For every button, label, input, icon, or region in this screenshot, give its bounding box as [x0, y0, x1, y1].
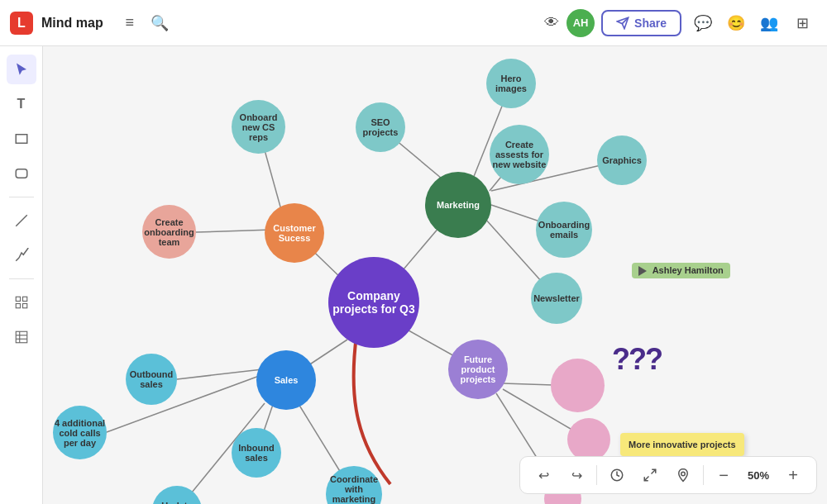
outbound-node[interactable]: Outbound sales	[126, 354, 177, 405]
history-button[interactable]	[604, 462, 630, 488]
four-additional-node[interactable]: 4 additional cold calls per day	[53, 406, 107, 459]
graphics-node[interactable]: Graphics	[597, 136, 647, 185]
text-tool[interactable]: T	[7, 89, 36, 119]
fullscreen-button[interactable]	[637, 462, 663, 488]
pink-node-1[interactable]	[551, 359, 605, 412]
coordinate-node[interactable]: Coordinate with marketing department	[326, 466, 382, 504]
rectangle-tool[interactable]	[7, 124, 36, 154]
share-button[interactable]: Share	[601, 10, 681, 36]
onboard-cs-node[interactable]: Onboard new CS reps	[232, 100, 285, 154]
eye-icon-button[interactable]: 👁	[537, 8, 566, 38]
cursor-label: Ashley Hamilton	[632, 263, 730, 278]
zoom-in-button[interactable]: +	[780, 462, 806, 488]
create-assets-node[interactable]: Create assests for new website	[490, 125, 549, 184]
svg-line-4	[16, 215, 27, 226]
location-button[interactable]	[670, 462, 696, 488]
seo-node[interactable]: SEO projects	[356, 102, 405, 152]
cursor-tool[interactable]	[7, 55, 36, 84]
app-title: Mind map	[41, 16, 103, 31]
onboarding-emails-node[interactable]: Onboarding emails	[536, 202, 592, 258]
reaction-icon-button[interactable]: 😊	[721, 8, 751, 38]
sidebar: T	[0, 46, 43, 504]
newsletter-node[interactable]: Newsletter	[531, 273, 582, 324]
bottom-toolbar: ↩ ↪ − 50% +	[519, 456, 817, 494]
app-logo: L	[10, 12, 33, 35]
svg-rect-7	[16, 304, 20, 308]
menu-button[interactable]: ≡	[115, 8, 145, 38]
create-onboarding-node[interactable]: Create onboarding team	[142, 205, 196, 259]
sticky-more-innovative[interactable]: More innovative projects	[620, 433, 744, 456]
question-marks: ???	[612, 342, 662, 377]
undo-button[interactable]: ↩	[530, 462, 557, 488]
svg-rect-8	[22, 304, 26, 308]
canvas[interactable]: Company projects for Q3 Marketing Custom…	[43, 46, 827, 504]
user-avatar[interactable]: AH	[566, 9, 595, 37]
inbound-node[interactable]: Inbound sales	[232, 428, 281, 478]
toolbar-divider-2	[703, 465, 704, 485]
svg-marker-34	[638, 266, 647, 276]
svg-line-24	[196, 230, 272, 232]
pink-node-2[interactable]	[567, 418, 610, 461]
search-button[interactable]: 🔍	[145, 8, 174, 38]
header: L Mind map ≡ 🔍 👁 AH Share 💬 😊 👥 ⊞	[0, 0, 827, 46]
zoom-out-button[interactable]: −	[710, 462, 737, 488]
zoom-level: 50%	[743, 469, 773, 482]
redo-button[interactable]: ↪	[563, 462, 590, 488]
marketing-node[interactable]: Marketing	[425, 172, 491, 238]
svg-rect-9	[16, 331, 27, 343]
sales-node[interactable]: Sales	[256, 350, 316, 410]
header-right-icons: 💬 😊 👥 ⊞	[688, 8, 817, 38]
update-sf-node[interactable]: Update salesforce	[152, 486, 202, 504]
svg-point-38	[681, 472, 686, 476]
waypoint-tool[interactable]	[7, 240, 36, 270]
svg-line-37	[644, 477, 648, 481]
svg-rect-5	[16, 297, 20, 301]
center-node[interactable]: Company projects for Q3	[328, 257, 419, 348]
customer-success-node[interactable]: Customer Sucess	[265, 203, 324, 263]
future-node[interactable]: Future product projects	[448, 340, 508, 399]
line-tool[interactable]	[7, 206, 36, 235]
svg-rect-2	[16, 135, 27, 144]
comment-icon-button[interactable]: 💬	[688, 8, 718, 38]
rounded-rect-tool[interactable]	[7, 159, 36, 188]
users-icon-button[interactable]: 👥	[754, 8, 784, 38]
table-tool[interactable]	[7, 322, 36, 352]
sidebar-divider-2	[9, 278, 34, 279]
svg-line-36	[652, 469, 656, 473]
svg-rect-3	[16, 169, 27, 178]
grid-tool[interactable]	[7, 288, 36, 317]
hero-node[interactable]: Hero images	[486, 59, 536, 108]
share-label: Share	[634, 17, 667, 30]
svg-rect-6	[22, 297, 26, 301]
layout-icon-button[interactable]: ⊞	[787, 8, 817, 38]
toolbar-divider-1	[596, 465, 597, 485]
sidebar-divider	[9, 197, 34, 197]
